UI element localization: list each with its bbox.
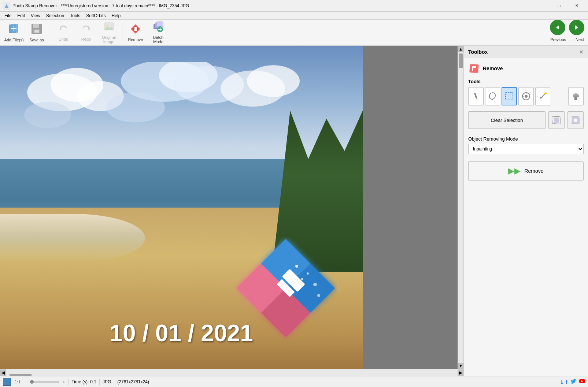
select-all-button[interactable] bbox=[548, 111, 565, 129]
info-button[interactable]: ℹ bbox=[561, 379, 563, 385]
remove-section-title: Remove bbox=[483, 66, 503, 71]
svg-point-43 bbox=[301, 278, 303, 280]
remove-button-arrow-icon: ▶▶ bbox=[508, 166, 521, 176]
smart-brush-tool-button[interactable] bbox=[518, 87, 534, 105]
remove-toolbar-label: Remove bbox=[128, 37, 143, 42]
svg-point-41 bbox=[307, 272, 309, 275]
status-separator-1 bbox=[68, 379, 69, 385]
status-separator-2 bbox=[99, 379, 100, 385]
toolbar-separator-2 bbox=[122, 23, 122, 42]
save-as-icon bbox=[31, 23, 42, 37]
batch-mode-button[interactable]: Batch Mode bbox=[147, 21, 169, 44]
status-separator-3 bbox=[114, 379, 114, 385]
zoom-slider[interactable] bbox=[30, 381, 59, 383]
lasso-tool-button[interactable] bbox=[485, 87, 500, 105]
svg-point-35 bbox=[106, 92, 165, 122]
menu-edit[interactable]: Edit bbox=[14, 12, 28, 19]
next-label: Next bbox=[576, 37, 584, 42]
invert-selection-button[interactable] bbox=[567, 111, 584, 129]
svg-line-65 bbox=[546, 93, 547, 93]
svg-rect-68 bbox=[573, 96, 579, 97]
main-area: 10 / 01 / 2021 ▲ ▼ ◀ ▶ Toolbox ✕ bbox=[0, 46, 588, 376]
nav-buttons bbox=[550, 20, 584, 35]
svg-rect-9 bbox=[34, 30, 39, 33]
zoom-in-btn[interactable]: + bbox=[62, 379, 65, 385]
image-container: 10 / 01 / 2021 bbox=[0, 46, 363, 369]
undo-button[interactable]: Undo bbox=[52, 21, 74, 44]
next-button[interactable] bbox=[569, 20, 584, 35]
svg-marker-52 bbox=[476, 98, 478, 101]
svg-rect-51 bbox=[474, 93, 477, 98]
menu-softorbits[interactable]: SoftOrbits bbox=[83, 12, 108, 19]
horizontal-scrollbar[interactable]: ◀ ▶ bbox=[0, 369, 463, 376]
menu-file[interactable]: File bbox=[1, 12, 14, 19]
svg-rect-17 bbox=[134, 27, 137, 31]
youtube-button[interactable] bbox=[579, 378, 585, 385]
menu-selection[interactable]: Selection bbox=[43, 12, 67, 19]
mode-label: Object Removing Mode bbox=[468, 136, 584, 142]
rect-select-tool-button[interactable] bbox=[502, 87, 517, 105]
add-files-button[interactable]: Add File(s) bbox=[3, 21, 25, 44]
remove-section-icon bbox=[468, 63, 480, 74]
svg-point-34 bbox=[24, 102, 71, 128]
svg-point-33 bbox=[247, 65, 300, 97]
svg-rect-50 bbox=[472, 66, 476, 68]
svg-point-56 bbox=[525, 95, 528, 98]
stamp-tool-button[interactable] bbox=[568, 87, 584, 105]
remove-header: Remove bbox=[468, 63, 584, 74]
menu-view[interactable]: View bbox=[28, 12, 43, 19]
redo-button[interactable]: Redo bbox=[75, 21, 97, 44]
twitter-button[interactable] bbox=[570, 378, 576, 385]
zoom-out-btn[interactable]: − bbox=[24, 379, 27, 385]
minimize-button[interactable]: ─ bbox=[533, 0, 550, 12]
facebook-button[interactable]: f bbox=[566, 379, 567, 385]
svg-rect-73 bbox=[574, 119, 577, 122]
redo-label: Redo bbox=[81, 37, 91, 41]
batch-mode-label: Batch Mode bbox=[148, 35, 169, 44]
navigation-area: Previous Next bbox=[550, 20, 584, 42]
nav-labels: Previous Next bbox=[550, 37, 584, 42]
clouds bbox=[18, 62, 308, 175]
magic-wand-tool-button[interactable] bbox=[535, 87, 551, 105]
original-image-icon bbox=[103, 21, 114, 34]
date-stamp: 10 / 01 / 2021 bbox=[110, 320, 253, 347]
save-as-button[interactable]: Save as bbox=[26, 21, 48, 44]
canvas-area[interactable]: 10 / 01 / 2021 ▲ ▼ ◀ ▶ bbox=[0, 46, 463, 376]
beach-image: 10 / 01 / 2021 bbox=[0, 46, 363, 369]
window-title: Photo Stamp Remover - ****Unregistered v… bbox=[12, 3, 533, 8]
batch-mode-icon bbox=[153, 21, 164, 34]
pencil-tool-button[interactable] bbox=[468, 87, 484, 105]
image-format: JPG bbox=[103, 379, 111, 384]
status-bar: 1:1 − + Time (s): 0.1 JPG (2781x2781x24)… bbox=[0, 376, 588, 387]
undo-label: Undo bbox=[59, 37, 68, 41]
maximize-button[interactable]: □ bbox=[551, 0, 567, 12]
time-item: Time (s): 0.1 bbox=[71, 379, 96, 384]
tool-btn-spacer bbox=[552, 87, 567, 105]
object-removing-mode-section: Object Removing Mode Inpainting Smart Fi… bbox=[468, 136, 584, 154]
vertical-scrollbar[interactable]: ▲ ▼ bbox=[458, 46, 463, 369]
title-bar: Photo Stamp Remover - ****Unregistered v… bbox=[0, 0, 588, 12]
redo-icon bbox=[81, 24, 91, 36]
menu-tools[interactable]: Tools bbox=[67, 12, 83, 19]
close-button[interactable]: ✕ bbox=[568, 0, 585, 12]
status-thumbnail bbox=[3, 378, 11, 386]
tool-buttons-row bbox=[468, 87, 584, 105]
app-icon bbox=[3, 2, 10, 10]
svg-point-40 bbox=[295, 265, 298, 268]
svg-marker-24 bbox=[556, 25, 559, 30]
menu-help[interactable]: Help bbox=[109, 12, 124, 19]
svg-marker-25 bbox=[575, 25, 578, 30]
toolbox-close-button[interactable]: ✕ bbox=[579, 49, 584, 55]
previous-button[interactable] bbox=[550, 20, 565, 35]
clear-selection-button[interactable]: Clear Selection bbox=[468, 111, 546, 129]
remove-toolbar-button[interactable]: Remove bbox=[125, 21, 147, 44]
window-controls: ─ □ ✕ bbox=[533, 0, 585, 12]
clear-selection-section: Clear Selection bbox=[468, 111, 584, 129]
remove-button[interactable]: ▶▶ Remove bbox=[468, 161, 584, 181]
original-image-button[interactable]: Original Image bbox=[98, 21, 120, 44]
toolbar: Add File(s) Save as Undo bbox=[0, 20, 588, 46]
image-dimensions: (2781x2781x24) bbox=[117, 379, 149, 384]
svg-rect-54 bbox=[506, 93, 513, 100]
remove-button-label: Remove bbox=[524, 168, 543, 174]
mode-select[interactable]: Inpainting Smart Fill Color Average bbox=[468, 144, 584, 154]
